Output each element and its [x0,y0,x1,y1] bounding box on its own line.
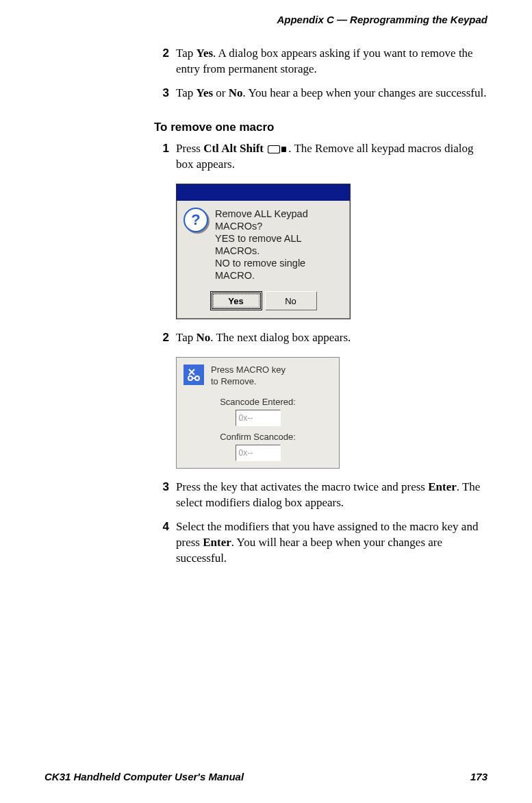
dialog-line: Press MACRO key [211,365,286,375]
bold-yes: Yes [197,47,214,60]
bold-no: No [229,86,243,99]
yes-button[interactable]: Yes [210,291,262,310]
step-body: Tap Yes. A dialog box appears asking if … [176,46,487,77]
question-icon: ? [183,208,208,232]
bold-yes: Yes [197,86,214,99]
step-item: 2 Tap No. The next dialog box appears. [154,330,487,346]
step-text: Press the key that activates the macro t… [176,480,428,493]
step-body: Tap No. The next dialog box appears. [176,330,487,346]
footer-page-number: 173 [470,771,487,782]
step-item: 3 Press the key that activates the macro… [154,480,487,511]
scancode-dialog: Press MACRO key to Remove. Scancode Ente… [176,357,340,469]
step-number: 2 [154,330,169,346]
dialog-line: to Remove. [211,376,256,386]
step-number: 1 [154,141,169,157]
step-text: . A dialog box appears asking if you wan… [176,47,473,75]
step-text: Tap [176,47,197,60]
dialog-line: YES to remove ALL [215,233,302,244]
step-body: Press the key that activates the macro t… [176,480,487,511]
step-item: 2 Tap Yes. A dialog box appears asking i… [154,46,487,77]
bold-shortcut: Ctl Alt Shift [203,142,264,155]
bold-enter: Enter [203,536,231,549]
section-heading: To remove one macro [154,121,487,134]
step-number: 3 [154,86,169,101]
step-text: . The next dialog box appears. [210,331,351,344]
svg-point-5 [195,376,199,380]
confirm-scancode-label: Confirm Scancode: [177,432,339,442]
step-body: Press Ctl Alt Shift . The Remove all key… [176,141,487,173]
backspace-key-icon [268,145,287,153]
dialog-line: MACROs. [215,245,259,256]
svg-rect-0 [268,145,280,153]
remove-macros-dialog: ? Remove ALL Keypad MACROs? YES to remov… [176,184,351,320]
footer-manual-title: CK31 Handheld Computer User's Manual [45,771,244,782]
dialog-titlebar [177,184,350,201]
dialog-line: MACROs? [215,221,262,232]
step-text: Tap [176,331,197,344]
step-item: 1 Press Ctl Alt Shift . The Remove all k… [154,141,487,173]
svg-point-4 [188,376,192,380]
no-button[interactable]: No [265,291,317,310]
dialog-message: Remove ALL Keypad MACROs? YES to remove … [215,208,308,282]
dialog-message: Press MACRO key to Remove. [211,365,286,387]
bold-no: No [197,331,211,344]
step-body: Select the modifiers that you have assig… [176,519,487,567]
scancode-entered-label: Scancode Entered: [177,397,339,407]
step-item: 4 Select the modifiers that you have ass… [154,519,487,567]
step-body: Tap Yes or No. You hear a beep when your… [176,86,487,101]
step-number: 3 [154,480,169,495]
dialog-line: Remove ALL Keypad [215,208,308,219]
scancode-entered-input[interactable]: 0x-- [236,410,281,426]
step-text: or [213,86,229,99]
step-number: 2 [154,46,169,62]
svg-rect-1 [281,147,286,152]
dialog-line: MACRO. [215,270,255,281]
step-text: . You hear a beep when your changes are … [243,86,487,99]
tape-x-icon [183,365,204,385]
bold-enter: Enter [428,480,457,493]
step-text: Tap [176,86,197,99]
step-text: Press [176,142,203,155]
page-content: 2 Tap Yes. A dialog box appears asking i… [154,46,487,567]
dialog-line: NO to remove single [215,258,305,269]
confirm-scancode-input[interactable]: 0x-- [236,445,281,461]
step-number: 4 [154,519,169,535]
page-header: Appendix C — Reprogramming the Keypad [45,14,487,25]
step-item: 3 Tap Yes or No. You hear a beep when yo… [154,86,487,101]
